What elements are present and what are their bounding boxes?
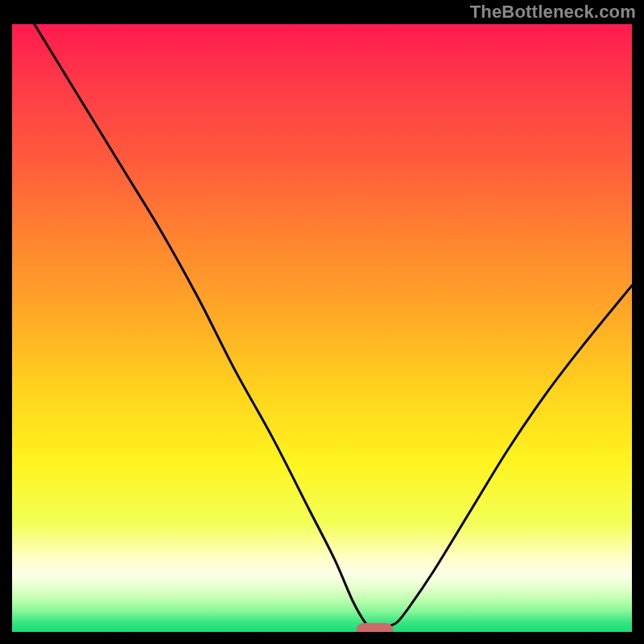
optimal-marker <box>356 623 393 632</box>
plot-background <box>12 24 632 632</box>
chart-frame: TheBottleneck.com <box>0 0 644 644</box>
watermark-text: TheBottleneck.com <box>470 2 636 23</box>
bottleneck-chart <box>12 24 632 632</box>
